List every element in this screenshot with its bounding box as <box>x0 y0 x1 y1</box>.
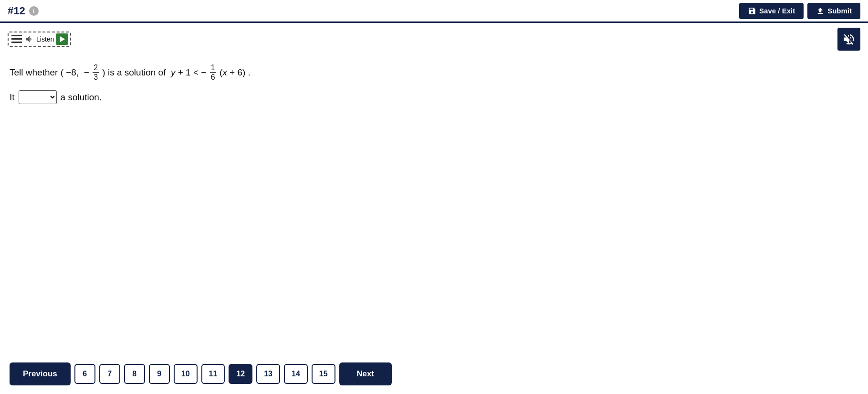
header: #12 i Save / Exit Submit <box>0 0 868 23</box>
nav-bar: Previous 6 7 8 9 10 11 12 13 14 15 Next <box>0 354 868 394</box>
listen-button[interactable]: Listen <box>25 34 54 44</box>
page-12-button[interactable]: 12 <box>229 364 252 384</box>
svg-rect-0 <box>11 35 22 36</box>
header-right: Save / Exit Submit <box>739 3 860 19</box>
page-14-button[interactable]: 14 <box>284 364 308 384</box>
svg-marker-3 <box>60 36 65 42</box>
page-9-button[interactable]: 9 <box>149 364 170 384</box>
fraction-2-3: 2 3 <box>93 63 99 82</box>
previous-button[interactable]: Previous <box>10 362 71 385</box>
mute-button[interactable] <box>837 28 860 51</box>
play-button[interactable] <box>56 33 68 45</box>
page-11-button[interactable]: 11 <box>201 364 225 384</box>
svg-rect-2 <box>11 42 22 43</box>
answer-prefix: It <box>10 92 15 103</box>
toolbar: Listen <box>0 23 868 53</box>
toolbar-left: Listen <box>8 32 71 47</box>
submit-button[interactable]: Submit <box>807 3 860 19</box>
question-middle: ) is a solution of y + 1 < − <box>100 64 209 82</box>
speaker-icon <box>25 34 34 44</box>
fraction-1-6: 1 6 <box>210 63 216 82</box>
tts-controls: Listen <box>8 32 71 47</box>
play-icon <box>59 36 65 43</box>
question-prefix: Tell whether ( −8, − <box>10 64 92 82</box>
question-area: Tell whether ( −8, − 2 3 ) is a solution… <box>0 53 868 86</box>
svg-rect-1 <box>11 38 22 40</box>
menu-lines-icon <box>11 35 22 43</box>
upload-icon <box>816 7 825 15</box>
answer-area: It is is not a solution. <box>0 86 868 114</box>
question-end: (x + 6) . <box>217 64 251 82</box>
page-8-button[interactable]: 8 <box>124 364 145 384</box>
page-7-button[interactable]: 7 <box>99 364 120 384</box>
solution-select[interactable]: is is not <box>19 90 57 104</box>
question-number: #12 <box>8 5 25 17</box>
question-text: Tell whether ( −8, − 2 3 ) is a solution… <box>10 63 858 82</box>
mute-icon <box>842 32 856 46</box>
save-exit-button[interactable]: Save / Exit <box>739 3 804 19</box>
save-icon <box>748 7 756 15</box>
header-left: #12 i <box>8 5 39 17</box>
menu-icon-button[interactable] <box>10 34 23 44</box>
next-button[interactable]: Next <box>339 362 392 385</box>
info-icon[interactable]: i <box>29 6 39 16</box>
page-10-button[interactable]: 10 <box>174 364 198 384</box>
page-13-button[interactable]: 13 <box>256 364 280 384</box>
page-15-button[interactable]: 15 <box>312 364 335 384</box>
answer-suffix: a solution. <box>61 92 102 103</box>
page-6-button[interactable]: 6 <box>74 364 95 384</box>
toolbar-right <box>837 28 860 51</box>
